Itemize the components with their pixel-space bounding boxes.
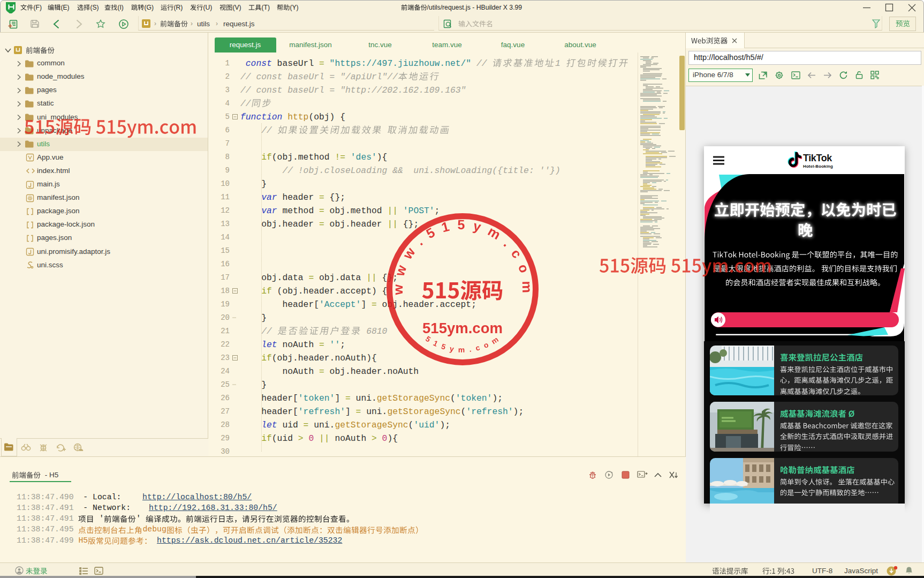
svg-text:w w w . 5 1 5 y m . c o m: w w w . 5 1 5 y m . c o m [390,217,535,296]
svg-text:515ym.com: 515ym.com [422,320,503,336]
svg-text:5 1 5 y m . c o m: 5 1 5 y m . c o m [424,334,501,354]
